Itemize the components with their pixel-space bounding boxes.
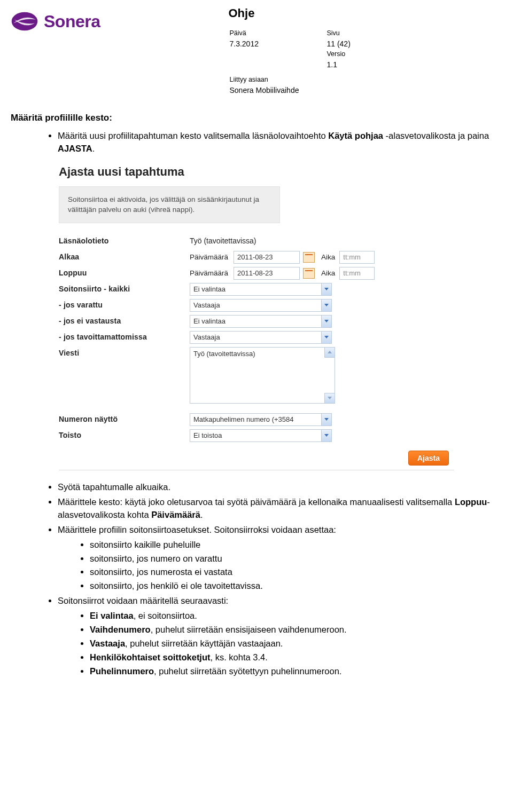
- scroll-down-icon[interactable]: [324, 393, 335, 403]
- select-if-busy[interactable]: Vastaaja: [190, 299, 332, 312]
- page-value: 11 (42): [327, 39, 377, 49]
- header-meta: Ohje Päivä Sivu 7.3.2012 11 (42) Versio …: [228, 5, 378, 97]
- version-label: Versio: [327, 50, 377, 59]
- select-repeat[interactable]: Ei toistoa: [190, 429, 332, 442]
- relates-label: Liittyy asiaan: [229, 71, 325, 84]
- select-number-display[interactable]: Matkapuhelimen numero (+3584: [190, 413, 332, 426]
- bullet-kesto: Määrittele kesto: käytä joko oletusarvoa…: [58, 496, 502, 522]
- chevron-down-icon: [321, 299, 331, 311]
- select-if-noanswer[interactable]: Ei valintaa: [190, 315, 332, 328]
- sub-item: Vaihdenumero, puhelut siirretään ensisij…: [90, 624, 502, 636]
- bullet-soitonsiirto: Määrittele profiilin soitonsiirtoasetuks…: [58, 524, 502, 593]
- sub-item: soitonsiirto kaikille puheluille: [90, 539, 502, 551]
- label-repeat: Toisto: [59, 429, 190, 439]
- chevron-down-icon: [321, 316, 331, 327]
- after-list: Syötä tapahtumalle alkuaika. Määrittele …: [11, 481, 502, 678]
- label-presence: Läsnäolotieto: [59, 235, 190, 245]
- date-value: 7.3.2012: [229, 39, 325, 49]
- sub-list-1: soitonsiirto kaikille puheluille soitons…: [58, 539, 502, 593]
- embedded-form: Ajasta uusi tapahtuma Soitonsiirtoa ei a…: [59, 165, 454, 470]
- sub-item: Henkilökohtaiset soittoketjut, ks. kohta…: [90, 651, 502, 664]
- date-label: Päivä: [229, 29, 325, 38]
- start-time-input[interactable]: [339, 251, 375, 264]
- label-number-display: Numeron näyttö: [59, 413, 190, 423]
- sub-item: soitonsiirto, jos henkilö ei ole tavoite…: [90, 580, 502, 593]
- value-presence: Työ (tavoitettavissa): [190, 235, 454, 245]
- start-date-input[interactable]: [234, 251, 300, 264]
- embed-notice: Soitonsiirtoa ei aktivoida, jos välittäj…: [59, 186, 280, 223]
- label-if-noanswer: - jos ei vastausta: [59, 315, 190, 325]
- label-date-word-2: Päivämäärä: [190, 269, 230, 277]
- label-message: Viesti: [59, 347, 190, 357]
- end-time-input[interactable]: [339, 267, 375, 280]
- label-ends: Loppuu: [59, 267, 190, 277]
- label-fwd-all: Soitonsiirto - kaikki: [59, 283, 190, 293]
- label-starts: Alkaa: [59, 251, 190, 261]
- brand-logo: Sonera: [11, 7, 100, 35]
- bullet-seuraavasti: Soitonsiirrot voidaan määritellä seuraav…: [58, 595, 502, 678]
- calendar-icon[interactable]: [303, 252, 315, 263]
- brand-name: Sonera: [44, 12, 100, 31]
- doc-title: Ohje: [228, 5, 378, 21]
- section-title: Määritä profiilille kesto:: [11, 113, 502, 123]
- page-label: Sivu: [327, 29, 377, 38]
- end-date-input[interactable]: [234, 267, 300, 280]
- select-if-unreach[interactable]: Vastaaja: [190, 331, 332, 344]
- chevron-down-icon: [321, 332, 331, 343]
- embed-title: Ajasta uusi tapahtuma: [59, 165, 454, 179]
- page-header: Sonera Ohje Päivä Sivu 7.3.2012 11 (42) …: [11, 5, 502, 97]
- svg-point-0: [12, 12, 38, 31]
- relates-value: Sonera Mobiilivaihde: [229, 85, 325, 96]
- sub-list-2: Ei valintaa, ei soitonsiirtoa. Vaihdenum…: [58, 610, 502, 678]
- sub-item: soitonsiirto, jos numerosta ei vastata: [90, 566, 502, 579]
- chevron-down-icon: [321, 430, 331, 442]
- divider: [59, 470, 454, 470]
- intro-list: Määritä uusi profiilitapahtuman kesto va…: [11, 130, 502, 155]
- intro-bullet: Määritä uusi profiilitapahtuman kesto va…: [58, 130, 502, 155]
- label-time-word-2: Aika: [321, 269, 335, 277]
- select-fwd-all[interactable]: Ei valintaa: [190, 283, 332, 296]
- label-if-busy: - jos varattu: [59, 299, 190, 309]
- bullet-alkuaika: Syötä tapahtumalle alkuaika.: [58, 481, 502, 494]
- label-if-unreach: - jos tavoittamattomissa: [59, 331, 190, 341]
- meta-table: Päivä Sivu 7.3.2012 11 (42) Versio 1.1 L…: [228, 28, 378, 97]
- chevron-down-icon: [321, 283, 331, 295]
- sonera-swirl-icon: [11, 7, 38, 35]
- scroll-up-icon[interactable]: [324, 348, 335, 358]
- version-value: 1.1: [327, 60, 377, 70]
- sub-item: Puhelinnumero, puhelut siirretään syötet…: [90, 665, 502, 678]
- label-time-word-1: Aika: [321, 253, 335, 261]
- chevron-down-icon: [321, 414, 331, 425]
- sub-item: Ei valintaa, ei soitonsiirtoa.: [90, 610, 502, 622]
- sub-item: Vastaaja, puhelut siirretään käyttäjän v…: [90, 637, 502, 650]
- label-date-word-1: Päivämäärä: [190, 253, 230, 261]
- message-textarea[interactable]: Työ (tavoitettavissa): [190, 347, 335, 404]
- calendar-icon[interactable]: [303, 268, 315, 279]
- sub-item: soitonsiirto, jos numero on varattu: [90, 553, 502, 565]
- ajasta-button[interactable]: Ajasta: [408, 451, 449, 466]
